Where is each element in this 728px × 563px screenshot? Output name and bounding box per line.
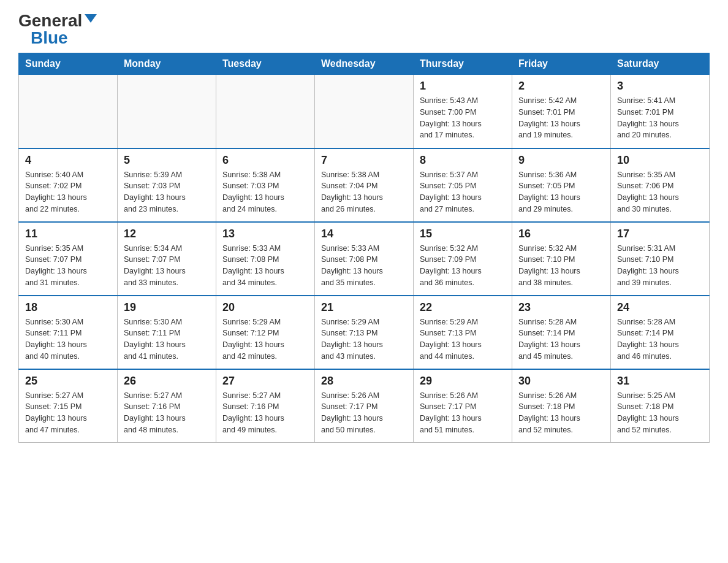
calendar-cell: 28Sunrise: 5:26 AMSunset: 7:17 PMDayligh… [315,369,414,443]
day-info: Sunrise: 5:29 AMSunset: 7:12 PMDaylight:… [222,316,308,362]
calendar-cell: 26Sunrise: 5:27 AMSunset: 7:16 PMDayligh… [118,369,216,443]
calendar-cell: 31Sunrise: 5:25 AMSunset: 7:18 PMDayligh… [611,369,710,443]
day-number: 24 [617,301,703,314]
calendar-table: SundayMondayTuesdayWednesdayThursdayFrid… [18,53,710,443]
calendar-cell: 27Sunrise: 5:27 AMSunset: 7:16 PMDayligh… [216,369,315,443]
day-info: Sunrise: 5:35 AMSunset: 7:07 PMDaylight:… [25,243,111,289]
day-info: Sunrise: 5:29 AMSunset: 7:13 PMDaylight:… [420,316,506,362]
calendar-cell: 18Sunrise: 5:30 AMSunset: 7:11 PMDayligh… [19,296,118,369]
day-info: Sunrise: 5:33 AMSunset: 7:08 PMDaylight:… [222,243,308,289]
day-number: 11 [25,228,111,240]
calendar-header-row: SundayMondayTuesdayWednesdayThursdayFrid… [19,53,710,75]
day-number: 20 [222,301,308,314]
calendar-cell: 11Sunrise: 5:35 AMSunset: 7:07 PMDayligh… [19,222,118,296]
day-number: 23 [518,301,604,314]
day-number: 25 [25,375,111,388]
day-info: Sunrise: 5:41 AMSunset: 7:01 PMDaylight:… [617,95,703,141]
day-number: 13 [222,228,308,240]
day-number: 9 [518,154,604,167]
calendar-header-tuesday: Tuesday [216,53,315,75]
day-number: 5 [124,154,210,167]
day-info: Sunrise: 5:42 AMSunset: 7:01 PMDaylight:… [518,95,604,141]
calendar-cell: 13Sunrise: 5:33 AMSunset: 7:08 PMDayligh… [216,222,315,296]
day-info: Sunrise: 5:27 AMSunset: 7:15 PMDaylight:… [25,390,111,436]
calendar-cell: 12Sunrise: 5:34 AMSunset: 7:07 PMDayligh… [118,222,216,296]
day-info: Sunrise: 5:35 AMSunset: 7:06 PMDaylight:… [617,169,703,215]
day-number: 19 [124,301,210,314]
calendar-week-row: 4Sunrise: 5:40 AMSunset: 7:02 PMDaylight… [19,148,710,222]
day-info: Sunrise: 5:26 AMSunset: 7:17 PMDaylight:… [321,390,407,436]
calendar-header-friday: Friday [512,53,611,75]
day-info: Sunrise: 5:29 AMSunset: 7:13 PMDaylight:… [321,316,407,362]
day-info: Sunrise: 5:37 AMSunset: 7:05 PMDaylight:… [420,169,506,215]
calendar-week-row: 18Sunrise: 5:30 AMSunset: 7:11 PMDayligh… [19,296,710,369]
calendar-cell: 6Sunrise: 5:38 AMSunset: 7:03 PMDaylight… [216,148,315,222]
logo-triangle-icon [85,14,97,23]
day-info: Sunrise: 5:43 AMSunset: 7:00 PMDaylight:… [420,95,506,141]
day-info: Sunrise: 5:39 AMSunset: 7:03 PMDaylight:… [124,169,210,215]
day-number: 2 [518,80,604,93]
calendar-week-row: 11Sunrise: 5:35 AMSunset: 7:07 PMDayligh… [19,222,710,296]
day-info: Sunrise: 5:25 AMSunset: 7:18 PMDaylight:… [617,390,703,436]
calendar-cell: 23Sunrise: 5:28 AMSunset: 7:14 PMDayligh… [512,296,611,369]
calendar-cell: 7Sunrise: 5:38 AMSunset: 7:04 PMDaylight… [315,148,414,222]
calendar-cell: 22Sunrise: 5:29 AMSunset: 7:13 PMDayligh… [414,296,512,369]
day-number: 6 [222,154,308,167]
calendar-cell: 9Sunrise: 5:36 AMSunset: 7:05 PMDaylight… [512,148,611,222]
calendar-header-thursday: Thursday [414,53,512,75]
calendar-cell: 29Sunrise: 5:26 AMSunset: 7:17 PMDayligh… [414,369,512,443]
calendar-cell: 24Sunrise: 5:28 AMSunset: 7:14 PMDayligh… [611,296,710,369]
day-number: 27 [222,375,308,388]
day-info: Sunrise: 5:36 AMSunset: 7:05 PMDaylight:… [518,169,604,215]
day-number: 18 [25,301,111,314]
logo-general-text: General [18,12,82,29]
calendar-cell: 21Sunrise: 5:29 AMSunset: 7:13 PMDayligh… [315,296,414,369]
day-info: Sunrise: 5:40 AMSunset: 7:02 PMDaylight:… [25,169,111,215]
calendar-cell: 2Sunrise: 5:42 AMSunset: 7:01 PMDaylight… [512,75,611,148]
day-info: Sunrise: 5:38 AMSunset: 7:04 PMDaylight:… [321,169,407,215]
calendar-header-wednesday: Wednesday [315,53,414,75]
calendar-cell: 30Sunrise: 5:26 AMSunset: 7:18 PMDayligh… [512,369,611,443]
day-number: 7 [321,154,407,167]
day-number: 3 [617,80,703,93]
day-info: Sunrise: 5:32 AMSunset: 7:09 PMDaylight:… [420,243,506,289]
day-number: 28 [321,375,407,388]
day-info: Sunrise: 5:30 AMSunset: 7:11 PMDaylight:… [124,316,210,362]
day-number: 1 [420,80,506,93]
day-number: 31 [617,375,703,388]
day-number: 17 [617,228,703,240]
calendar-cell: 16Sunrise: 5:32 AMSunset: 7:10 PMDayligh… [512,222,611,296]
day-number: 15 [420,228,506,240]
calendar-cell: 1Sunrise: 5:43 AMSunset: 7:00 PMDaylight… [414,75,512,148]
calendar-cell: 15Sunrise: 5:32 AMSunset: 7:09 PMDayligh… [414,222,512,296]
day-info: Sunrise: 5:38 AMSunset: 7:03 PMDaylight:… [222,169,308,215]
day-info: Sunrise: 5:31 AMSunset: 7:10 PMDaylight:… [617,243,703,289]
day-number: 10 [617,154,703,167]
day-info: Sunrise: 5:28 AMSunset: 7:14 PMDaylight:… [617,316,703,362]
calendar-header-sunday: Sunday [19,53,118,75]
calendar-cell: 5Sunrise: 5:39 AMSunset: 7:03 PMDaylight… [118,148,216,222]
logo-blue-text: Blue [31,29,68,47]
calendar-week-row: 25Sunrise: 5:27 AMSunset: 7:15 PMDayligh… [19,369,710,443]
calendar-cell: 8Sunrise: 5:37 AMSunset: 7:05 PMDaylight… [414,148,512,222]
day-number: 12 [124,228,210,240]
calendar-cell [315,75,414,148]
calendar-cell [19,75,118,148]
logo: General Blue [18,12,97,47]
day-number: 26 [124,375,210,388]
calendar-cell: 20Sunrise: 5:29 AMSunset: 7:12 PMDayligh… [216,296,315,369]
day-number: 30 [518,375,604,388]
day-info: Sunrise: 5:33 AMSunset: 7:08 PMDaylight:… [321,243,407,289]
calendar-cell: 25Sunrise: 5:27 AMSunset: 7:15 PMDayligh… [19,369,118,443]
calendar-cell: 10Sunrise: 5:35 AMSunset: 7:06 PMDayligh… [611,148,710,222]
day-info: Sunrise: 5:34 AMSunset: 7:07 PMDaylight:… [124,243,210,289]
day-info: Sunrise: 5:30 AMSunset: 7:11 PMDaylight:… [25,316,111,362]
calendar-header-saturday: Saturday [611,53,710,75]
calendar-cell: 4Sunrise: 5:40 AMSunset: 7:02 PMDaylight… [19,148,118,222]
calendar-cell: 14Sunrise: 5:33 AMSunset: 7:08 PMDayligh… [315,222,414,296]
day-number: 29 [420,375,506,388]
calendar-cell [216,75,315,148]
day-info: Sunrise: 5:26 AMSunset: 7:18 PMDaylight:… [518,390,604,436]
day-info: Sunrise: 5:26 AMSunset: 7:17 PMDaylight:… [420,390,506,436]
calendar-cell: 17Sunrise: 5:31 AMSunset: 7:10 PMDayligh… [611,222,710,296]
